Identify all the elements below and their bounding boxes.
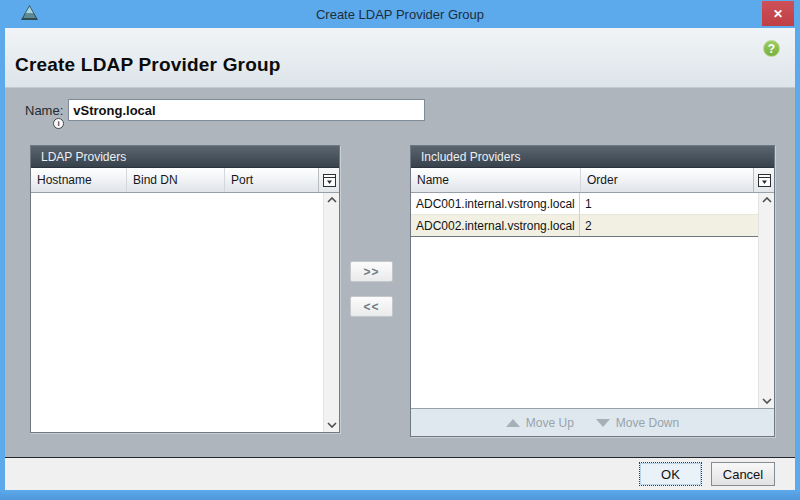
scroll-down-icon[interactable] bbox=[327, 422, 337, 428]
column-name[interactable]: Name bbox=[411, 168, 581, 192]
name-label: Name: bbox=[25, 103, 63, 118]
table-filter-icon bbox=[323, 174, 336, 187]
name-field-row: Name: bbox=[25, 99, 425, 121]
column-hostname[interactable]: Hostname bbox=[31, 168, 127, 192]
column-bind-dn[interactable]: Bind DN bbox=[127, 168, 225, 192]
move-up-button[interactable]: Move Up bbox=[506, 416, 574, 430]
ldap-providers-rows[interactable] bbox=[31, 193, 323, 432]
add-provider-button[interactable]: >> bbox=[350, 261, 393, 282]
included-providers-scrollbar[interactable] bbox=[758, 193, 774, 408]
included-providers-table-body: ADC001.internal.vstrong.local 1 ADC002.i… bbox=[411, 193, 774, 408]
move-up-icon bbox=[506, 419, 520, 427]
help-icon[interactable]: ? bbox=[763, 40, 780, 57]
included-providers-panel: Included Providers Name Order bbox=[410, 145, 775, 437]
table-row[interactable]: ADC001.internal.vstrong.local 1 bbox=[411, 193, 758, 215]
included-providers-panel-title: Included Providers bbox=[411, 146, 774, 168]
column-port[interactable]: Port bbox=[225, 168, 318, 192]
scroll-up-icon[interactable] bbox=[327, 197, 337, 203]
remove-provider-button[interactable]: << bbox=[350, 296, 393, 317]
provider-name-cell[interactable]: ADC001.internal.vstrong.local bbox=[411, 193, 580, 214]
dialog-footer: OK Cancel bbox=[5, 457, 795, 490]
ok-button[interactable]: OK bbox=[639, 462, 702, 486]
table-filter-icon bbox=[758, 174, 771, 187]
scroll-down-icon[interactable] bbox=[762, 398, 772, 404]
move-buttons-strip: Move Up Move Down bbox=[411, 408, 774, 436]
ldap-providers-table-body bbox=[31, 193, 339, 432]
ldap-providers-panel-title: LDAP Providers bbox=[31, 146, 339, 168]
name-input[interactable] bbox=[68, 99, 425, 121]
ldap-providers-column-header: Hostname Bind DN Port bbox=[31, 168, 339, 193]
page-title: Create LDAP Provider Group bbox=[15, 54, 281, 76]
info-icon: i bbox=[53, 118, 64, 129]
dialog-frame: Create LDAP Provider Group ? Name: i LDA… bbox=[5, 28, 795, 490]
ldap-providers-scrollbar[interactable] bbox=[323, 193, 339, 432]
column-order[interactable]: Order bbox=[581, 168, 753, 192]
titlebar: Create LDAP Provider Group ✕ bbox=[0, 0, 800, 28]
dialog-body: Name: i LDAP Providers Hostname Bind DN … bbox=[5, 88, 795, 457]
window-title: Create LDAP Provider Group bbox=[0, 7, 800, 22]
move-down-button[interactable]: Move Down bbox=[596, 416, 679, 430]
dialog-header: Create LDAP Provider Group ? bbox=[5, 28, 795, 88]
window-bottom-border bbox=[0, 490, 800, 500]
included-providers-column-header: Name Order bbox=[411, 168, 774, 193]
app-logo-icon bbox=[21, 5, 38, 20]
provider-order-cell[interactable]: 2 bbox=[580, 215, 758, 236]
provider-name-cell[interactable]: ADC002.internal.vstrong.local bbox=[411, 215, 580, 236]
table-row[interactable]: ADC002.internal.vstrong.local 2 bbox=[411, 215, 758, 237]
cancel-button[interactable]: Cancel bbox=[711, 462, 775, 486]
move-down-icon bbox=[596, 419, 610, 427]
provider-order-cell[interactable]: 1 bbox=[580, 193, 758, 214]
column-customize-button[interactable] bbox=[318, 168, 339, 192]
column-customize-button[interactable] bbox=[753, 168, 774, 192]
create-ldap-provider-group-dialog: Create LDAP Provider Group ✕ Create LDAP… bbox=[0, 0, 800, 500]
scroll-up-icon[interactable] bbox=[762, 197, 772, 203]
ldap-providers-panel: LDAP Providers Hostname Bind DN Port bbox=[30, 145, 340, 433]
move-up-label: Move Up bbox=[526, 416, 574, 430]
move-down-label: Move Down bbox=[616, 416, 679, 430]
included-providers-rows: ADC001.internal.vstrong.local 1 ADC002.i… bbox=[411, 193, 758, 408]
close-button[interactable]: ✕ bbox=[762, 1, 794, 26]
